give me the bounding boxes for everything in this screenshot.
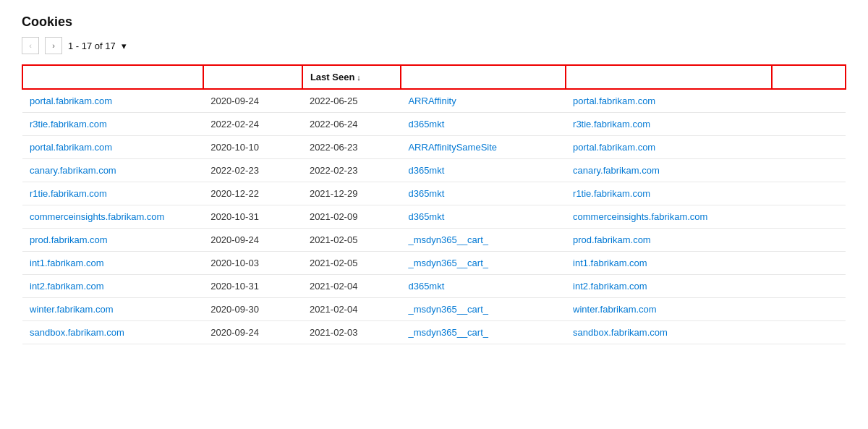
cell-tags <box>772 159 846 182</box>
cell-first-seen: 2020-10-03 <box>203 252 302 275</box>
cell-domain[interactable]: winter.fabrikam.com <box>566 298 772 321</box>
cell-last-seen: 2021-02-04 <box>302 275 401 298</box>
table-row: r1tie.fabrikam.com2020-12-222021-12-29d3… <box>22 182 846 205</box>
cell-first-seen: 2020-09-24 <box>203 89 302 113</box>
cell-first-seen: 2020-10-10 <box>203 136 302 159</box>
table-row: int2.fabrikam.com2020-10-312021-02-04d36… <box>22 275 846 298</box>
cell-hostname[interactable]: int2.fabrikam.com <box>22 275 203 298</box>
col-header-first-seen[interactable] <box>203 65 302 89</box>
cell-first-seen: 2020-09-30 <box>203 298 302 321</box>
cell-domain[interactable]: portal.fabrikam.com <box>566 89 772 113</box>
cell-hostname[interactable]: sandbox.fabrikam.com <box>22 321 203 344</box>
cookies-table: Last Seen↓ portal.fabrikam.com2020-09-24… <box>22 64 846 344</box>
cell-last-seen: 2021-02-05 <box>302 252 401 275</box>
cell-last-seen: 2021-12-29 <box>302 182 401 205</box>
cell-name[interactable]: _msdyn365__cart_ <box>401 252 566 275</box>
cell-domain[interactable]: int2.fabrikam.com <box>566 275 772 298</box>
cell-name[interactable]: _msdyn365__cart_ <box>401 229 566 252</box>
pagination-dropdown[interactable]: ▾ <box>122 41 127 51</box>
table-row: r3tie.fabrikam.com2022-02-242022-06-24d3… <box>22 113 846 136</box>
cell-first-seen: 2020-09-24 <box>203 229 302 252</box>
cell-tags <box>772 275 846 298</box>
col-header-name[interactable] <box>401 65 566 89</box>
cell-domain[interactable]: int1.fabrikam.com <box>566 252 772 275</box>
cell-domain[interactable]: portal.fabrikam.com <box>566 136 772 159</box>
col-header-hostname[interactable] <box>22 65 203 89</box>
cell-name[interactable]: ARRAffinity <box>401 89 566 113</box>
cell-hostname[interactable]: commerceinsights.fabrikam.com <box>22 205 203 229</box>
cell-name[interactable]: _msdyn365__cart_ <box>401 321 566 344</box>
cell-last-seen: 2021-02-09 <box>302 205 401 229</box>
cell-first-seen: 2020-10-31 <box>203 205 302 229</box>
cell-first-seen: 2022-02-24 <box>203 113 302 136</box>
cell-tags <box>772 136 846 159</box>
table-header-row: Last Seen↓ <box>22 65 846 89</box>
cell-tags <box>772 298 846 321</box>
cell-tags <box>772 205 846 229</box>
cell-last-seen: 2022-02-23 <box>302 159 401 182</box>
cell-hostname[interactable]: prod.fabrikam.com <box>22 229 203 252</box>
cell-first-seen: 2020-10-31 <box>203 275 302 298</box>
col-header-last-seen[interactable]: Last Seen↓ <box>302 65 401 89</box>
cell-tags <box>772 229 846 252</box>
cell-name[interactable]: d365mkt <box>401 275 566 298</box>
cell-name[interactable]: _msdyn365__cart_ <box>401 298 566 321</box>
table-row: commerceinsights.fabrikam.com2020-10-312… <box>22 205 846 229</box>
table-row: int1.fabrikam.com2020-10-032021-02-05_ms… <box>22 252 846 275</box>
col-header-tags[interactable] <box>772 65 846 89</box>
cell-last-seen: 2022-06-25 <box>302 89 401 113</box>
prev-page-button[interactable]: ‹ <box>22 37 39 54</box>
cell-first-seen: 2020-12-22 <box>203 182 302 205</box>
cell-last-seen: 2021-02-05 <box>302 229 401 252</box>
cell-tags <box>772 89 846 113</box>
cell-hostname[interactable]: portal.fabrikam.com <box>22 89 203 113</box>
sort-icon-last-seen: ↓ <box>357 73 361 82</box>
cell-name[interactable]: d365mkt <box>401 205 566 229</box>
table-row: portal.fabrikam.com2020-10-102022-06-23A… <box>22 136 846 159</box>
pagination-bar: ‹ › 1 - 17 of 17 ▾ <box>22 37 846 54</box>
cell-hostname[interactable]: canary.fabrikam.com <box>22 159 203 182</box>
cell-domain[interactable]: commerceinsights.fabrikam.com <box>566 205 772 229</box>
cell-hostname[interactable]: portal.fabrikam.com <box>22 136 203 159</box>
cell-first-seen: 2020-09-24 <box>203 321 302 344</box>
page-title: Cookies <box>22 14 846 30</box>
cell-name[interactable]: d365mkt <box>401 113 566 136</box>
cell-last-seen: 2021-02-03 <box>302 321 401 344</box>
next-page-button[interactable]: › <box>45 37 62 54</box>
cell-domain[interactable]: sandbox.fabrikam.com <box>566 321 772 344</box>
col-header-domain[interactable] <box>566 65 772 89</box>
cell-domain[interactable]: r3tie.fabrikam.com <box>566 113 772 136</box>
table-row: sandbox.fabrikam.com2020-09-242021-02-03… <box>22 321 846 344</box>
cell-domain[interactable]: canary.fabrikam.com <box>566 159 772 182</box>
table-row: prod.fabrikam.com2020-09-242021-02-05_ms… <box>22 229 846 252</box>
table-row: canary.fabrikam.com2022-02-232022-02-23d… <box>22 159 846 182</box>
cell-tags <box>772 252 846 275</box>
cell-domain[interactable]: prod.fabrikam.com <box>566 229 772 252</box>
cell-name[interactable]: d365mkt <box>401 182 566 205</box>
cell-name[interactable]: d365mkt <box>401 159 566 182</box>
cell-last-seen: 2022-06-23 <box>302 136 401 159</box>
cell-hostname[interactable]: int1.fabrikam.com <box>22 252 203 275</box>
cell-first-seen: 2022-02-23 <box>203 159 302 182</box>
cell-hostname[interactable]: r1tie.fabrikam.com <box>22 182 203 205</box>
cell-name[interactable]: ARRAffinitySameSite <box>401 136 566 159</box>
cell-hostname[interactable]: r3tie.fabrikam.com <box>22 113 203 136</box>
cell-last-seen: 2022-06-24 <box>302 113 401 136</box>
cell-domain[interactable]: r1tie.fabrikam.com <box>566 182 772 205</box>
cell-last-seen: 2021-02-04 <box>302 298 401 321</box>
cell-hostname[interactable]: winter.fabrikam.com <box>22 298 203 321</box>
cell-tags <box>772 113 846 136</box>
table-row: winter.fabrikam.com2020-09-302021-02-04_… <box>22 298 846 321</box>
pagination-count: 1 - 17 of 17 <box>68 41 116 51</box>
cell-tags <box>772 321 846 344</box>
cell-tags <box>772 182 846 205</box>
table-row: portal.fabrikam.com2020-09-242022-06-25A… <box>22 89 846 113</box>
